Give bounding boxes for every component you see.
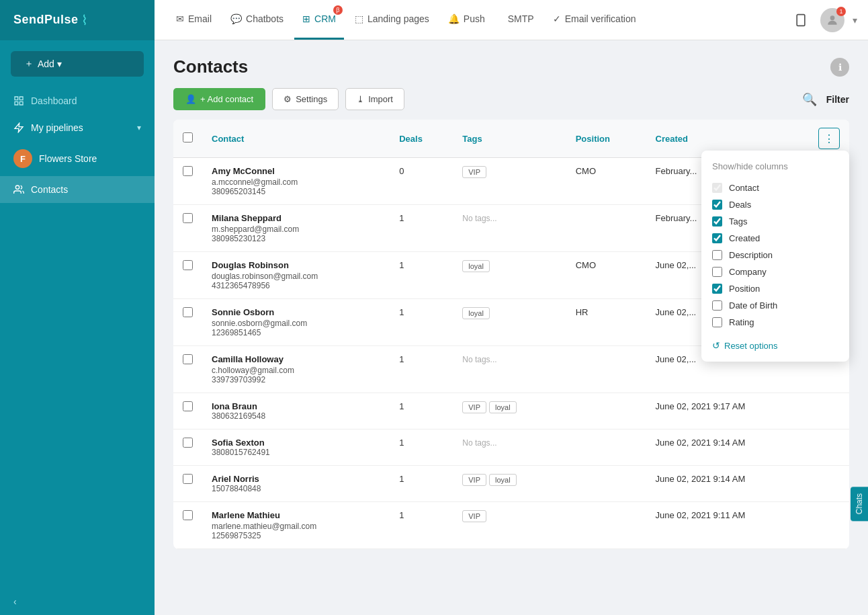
popup-column-item[interactable]: Contact xyxy=(712,179,838,196)
row-checkbox-cell[interactable] xyxy=(173,346,202,393)
avatar-notification-badge: 1 xyxy=(836,7,846,16)
popup-checkbox[interactable] xyxy=(712,233,722,243)
row-checkbox[interactable] xyxy=(183,510,193,520)
popup-column-item[interactable]: Rating xyxy=(712,314,838,331)
row-checkbox[interactable] xyxy=(183,307,193,317)
popup-column-item[interactable]: Date of Birth xyxy=(712,297,838,314)
sidebar-collapse-button[interactable]: ‹ xyxy=(0,588,155,615)
contact-email: m.sheppard@gmail.com xyxy=(212,224,380,234)
select-all-checkbox-header[interactable] xyxy=(173,120,202,158)
popup-column-item[interactable]: Description xyxy=(712,247,838,263)
row-position-cell: CMO xyxy=(566,158,646,205)
contact-phone: 339739703992 xyxy=(212,375,380,384)
row-checkbox[interactable] xyxy=(183,354,193,364)
col-contact: Contact xyxy=(202,120,390,158)
nav-item-label: Email verification xyxy=(565,13,636,24)
popup-column-item[interactable]: Created xyxy=(712,230,838,247)
row-tags-cell: VIPloyal xyxy=(453,466,566,502)
add-button-label: Add ▾ xyxy=(38,58,62,69)
row-checkbox[interactable] xyxy=(183,260,193,270)
row-checkbox[interactable] xyxy=(183,401,193,411)
column-options-button[interactable]: ⋮ xyxy=(818,128,840,149)
row-tags-cell: VIPloyal xyxy=(453,393,566,429)
row-position-cell: CMO xyxy=(566,252,646,299)
row-tags-cell: No tags... xyxy=(453,346,566,393)
nav-item-crm[interactable]: ⊞CRMβ xyxy=(294,0,344,40)
contact-name: Iona Braun xyxy=(212,401,380,411)
row-checkbox-cell[interactable] xyxy=(173,299,202,346)
sidebar-item-dashboard[interactable]: Dashboard xyxy=(0,87,155,114)
popup-column-item[interactable]: Company xyxy=(712,263,838,280)
nav-item-smtp[interactable]: SMTP xyxy=(496,0,542,40)
row-tags-cell: No tags... xyxy=(453,205,566,252)
row-checkbox-cell[interactable] xyxy=(173,252,202,299)
nav-right: 1 ▾ xyxy=(789,8,868,32)
user-avatar[interactable]: 1 xyxy=(820,8,844,32)
popup-item-label: Tags xyxy=(729,216,747,227)
popup-checkbox[interactable] xyxy=(712,250,722,260)
avatar-dropdown-arrow[interactable]: ▾ xyxy=(853,15,857,26)
collapse-icon: ‹ xyxy=(13,596,17,607)
sidebar-item-pipelines[interactable]: My pipelines ▾ xyxy=(0,114,155,141)
info-icon-button[interactable]: ℹ xyxy=(830,58,849,77)
row-checkbox[interactable] xyxy=(183,213,193,223)
nav-item-email-verification[interactable]: ✓Email verification xyxy=(545,0,644,40)
reset-options-button[interactable]: ↺ Reset options xyxy=(712,340,838,351)
contact-name: Ariel Norris xyxy=(212,474,380,484)
popup-checkbox[interactable] xyxy=(712,300,722,311)
popup-item-label: Company xyxy=(729,267,767,277)
svg-point-4 xyxy=(15,186,19,189)
popup-checkbox[interactable] xyxy=(712,200,722,210)
row-checkbox-cell[interactable] xyxy=(173,205,202,252)
nav-item-icon: 🔔 xyxy=(448,13,460,24)
settings-button[interactable]: ⚙ Settings xyxy=(272,88,339,110)
popup-checkbox[interactable] xyxy=(712,216,722,227)
row-checkbox[interactable] xyxy=(183,438,193,448)
contact-name: Amy McConnel xyxy=(212,166,380,176)
chats-side-label[interactable]: Chats xyxy=(851,487,868,521)
row-checkbox[interactable] xyxy=(183,474,193,484)
main-layout: ＋ Add ▾ Dashboard My pipelines ▾ F Flowe… xyxy=(0,40,868,615)
row-checkbox-cell[interactable] xyxy=(173,393,202,429)
row-tags-cell: No tags... xyxy=(453,429,566,466)
svg-rect-0 xyxy=(797,14,805,26)
row-checkbox-cell[interactable] xyxy=(173,158,202,205)
search-icon[interactable]: 🔍 xyxy=(802,92,817,107)
nav-item-chatbots[interactable]: 💬Chatbots xyxy=(222,0,292,40)
popup-item-label: Deals xyxy=(729,200,751,210)
popup-column-item[interactable]: Deals xyxy=(712,196,838,213)
pipelines-arrow-icon: ▾ xyxy=(137,123,141,132)
toolbar-right: 🔍 Filter xyxy=(802,92,849,107)
select-all-checkbox[interactable] xyxy=(183,132,193,142)
row-checkbox-cell[interactable] xyxy=(173,502,202,549)
row-deals-cell: 1 xyxy=(390,346,453,393)
table-container: Contact Deals Tags Position Created ⋮ Am… xyxy=(155,120,868,615)
sidebar-item-flowers-store[interactable]: F Flowers Store xyxy=(0,141,155,176)
popup-checkbox[interactable] xyxy=(712,284,722,294)
tag-badge: VIP xyxy=(462,510,486,522)
add-button[interactable]: ＋ Add ▾ xyxy=(11,51,144,77)
filter-button[interactable]: Filter xyxy=(826,94,849,105)
mobile-icon-btn[interactable] xyxy=(789,9,812,32)
popup-checkbox[interactable] xyxy=(712,317,722,327)
add-contact-button[interactable]: 👤 + Add contact xyxy=(173,88,265,110)
import-button[interactable]: ⤓ Import xyxy=(345,88,404,110)
popup-column-item[interactable]: Tags xyxy=(712,213,838,230)
nav-item-icon: ✓ xyxy=(553,13,561,24)
popup-item-label: Description xyxy=(729,250,773,260)
nav-item-push[interactable]: 🔔Push xyxy=(440,0,493,40)
popup-checkbox[interactable] xyxy=(712,267,722,277)
tag-badge: loyal xyxy=(489,474,517,486)
nav-item-email[interactable]: ✉Email xyxy=(168,0,220,40)
row-tags-cell: VIP xyxy=(453,502,566,549)
popup-item-label: Created xyxy=(729,233,760,243)
row-checkbox[interactable] xyxy=(183,166,193,176)
tag-badge: loyal xyxy=(462,260,490,272)
popup-column-item[interactable]: Position xyxy=(712,280,838,297)
import-icon: ⤓ xyxy=(357,94,364,104)
nav-item-landing-pages[interactable]: ⬚Landing pages xyxy=(347,0,437,40)
row-checkbox-cell[interactable] xyxy=(173,429,202,466)
sidebar-item-contacts[interactable]: Contacts xyxy=(0,176,155,203)
col-position: Position xyxy=(566,120,646,158)
row-checkbox-cell[interactable] xyxy=(173,466,202,502)
